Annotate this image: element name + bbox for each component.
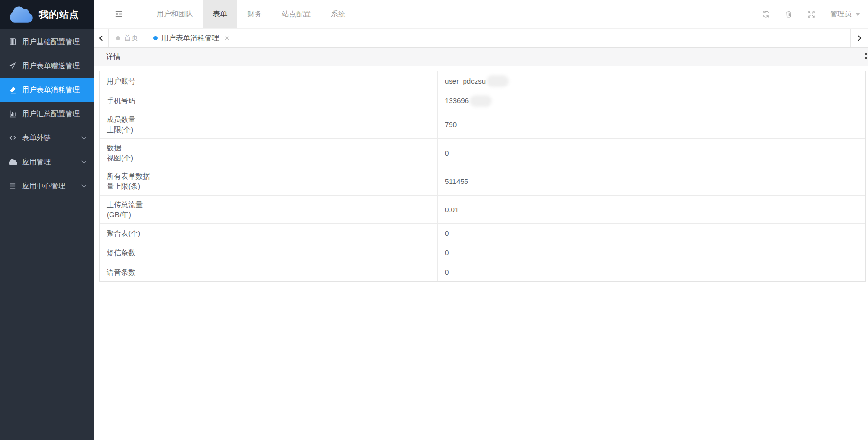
row-value: 511455 bbox=[438, 167, 865, 195]
table-row-1: 手机号码133696 bbox=[100, 91, 865, 110]
user-label: 管理员 bbox=[830, 10, 852, 19]
fullscreen-icon[interactable] bbox=[807, 11, 815, 18]
row-value-text: 0 bbox=[445, 149, 449, 157]
tabs-scroll-right-button[interactable] bbox=[850, 29, 868, 47]
row-label-line: 所有表单数据 bbox=[107, 171, 432, 181]
row-label-line: 上传总流量 bbox=[107, 199, 432, 209]
user-menu[interactable]: 管理员 bbox=[830, 10, 860, 19]
app-window: 我的站点 用户基础配置管理用户表单赠送管理用户表单消耗管理用户汇总配置管理表单外… bbox=[0, 0, 868, 440]
site-title: 我的站点 bbox=[39, 8, 79, 21]
panel-header: 详情 bbox=[94, 48, 868, 66]
bar-chart-icon bbox=[8, 110, 18, 119]
tab-0[interactable]: 首页 bbox=[109, 29, 146, 47]
sidebar-item-label: 用户表单赠送管理 bbox=[22, 61, 87, 71]
chevron-down-icon bbox=[81, 160, 87, 164]
table-row-2: 成员数量上限(个)790 bbox=[100, 110, 865, 139]
row-label-line: 语音条数 bbox=[107, 267, 432, 277]
topnav-item-3[interactable]: 站点配置 bbox=[272, 0, 321, 28]
table-row-4: 所有表单数据量上限(条)511455 bbox=[100, 167, 865, 196]
chevron-down-icon bbox=[81, 184, 87, 188]
row-label: 成员数量上限(个) bbox=[100, 110, 438, 138]
topnav-item-0[interactable]: 用户和团队 bbox=[147, 0, 203, 28]
row-value: 0 bbox=[438, 243, 865, 262]
cloud-logo-icon bbox=[9, 5, 33, 24]
sidebar-menu: 用户基础配置管理用户表单赠送管理用户表单消耗管理用户汇总配置管理表单外链应用管理… bbox=[0, 29, 94, 198]
sidebar-item-0[interactable]: 用户基础配置管理 bbox=[0, 30, 94, 54]
row-label-line: 用户账号 bbox=[107, 76, 432, 86]
row-label-line: 上限(个) bbox=[107, 124, 432, 134]
row-value: 0 bbox=[438, 224, 865, 243]
row-label-line: 手机号码 bbox=[107, 96, 432, 106]
row-value-text: user_pdczsu bbox=[445, 77, 486, 85]
sidebar-item-2[interactable]: 用户表单消耗管理 bbox=[0, 78, 94, 102]
code-link-icon bbox=[8, 134, 18, 143]
row-label: 语音条数 bbox=[100, 262, 438, 281]
tabs-host: 首页用户表单消耗管理 bbox=[109, 29, 237, 47]
row-label: 数据视图(个) bbox=[100, 139, 438, 167]
row-label: 用户账号 bbox=[100, 71, 438, 91]
row-value-text: 0.01 bbox=[445, 206, 459, 214]
trash-icon[interactable] bbox=[785, 10, 793, 18]
cloud-icon bbox=[8, 158, 18, 167]
row-value-text: 511455 bbox=[445, 177, 468, 185]
table-row-0: 用户账号user_pdczsu bbox=[100, 71, 865, 91]
sidebar-item-3[interactable]: 用户汇总配置管理 bbox=[0, 102, 94, 126]
sidebar-item-label: 应用中心管理 bbox=[22, 182, 81, 191]
menu-fold-icon[interactable] bbox=[114, 10, 123, 19]
tab-1[interactable]: 用户表单消耗管理 bbox=[146, 29, 237, 47]
row-value-text: 0 bbox=[445, 248, 449, 257]
sidebar-item-label: 用户基础配置管理 bbox=[22, 37, 87, 47]
site-logo[interactable]: 我的站点 bbox=[0, 0, 94, 29]
sidebar-item-label: 应用管理 bbox=[22, 158, 81, 167]
sidebar-item-5[interactable]: 应用管理 bbox=[0, 150, 94, 174]
tabbar: 首页用户表单消耗管理 bbox=[94, 29, 868, 48]
book-icon bbox=[8, 37, 18, 47]
sidebar-item-label: 用户汇总配置管理 bbox=[22, 110, 87, 119]
row-label-line: 聚合表(个) bbox=[107, 228, 432, 238]
row-label-line: 成员数量 bbox=[107, 114, 432, 124]
panel-title: 详情 bbox=[94, 52, 121, 61]
table-row-8: 语音条数0 bbox=[100, 262, 865, 281]
header-actions: 管理员 bbox=[762, 10, 868, 19]
overflow-dots-fragment bbox=[865, 53, 867, 59]
row-label: 聚合表(个) bbox=[100, 224, 438, 243]
tab-label: 用户表单消耗管理 bbox=[161, 34, 219, 43]
row-value-text: 0 bbox=[445, 268, 449, 276]
topnav-item-2[interactable]: 财务 bbox=[237, 0, 272, 28]
row-label-line: 视图(个) bbox=[107, 153, 432, 163]
row-value: 0 bbox=[438, 262, 865, 281]
row-label: 所有表单数据量上限(条) bbox=[100, 167, 438, 195]
row-value: 0 bbox=[438, 139, 865, 167]
sidebar-item-1[interactable]: 用户表单赠送管理 bbox=[0, 54, 94, 78]
tab-label: 首页 bbox=[124, 34, 138, 43]
row-value-text: 0 bbox=[445, 229, 449, 237]
redacted-blur-patch bbox=[487, 75, 509, 87]
row-label: 手机号码 bbox=[100, 91, 438, 110]
tabs-scroll-left-button[interactable] bbox=[94, 29, 109, 47]
table-row-5: 上传总流量(GB/年)0.01 bbox=[100, 196, 865, 224]
tab-status-dot bbox=[153, 36, 158, 40]
topnav-item-1[interactable]: 表单 bbox=[203, 0, 237, 28]
sidebar-item-4[interactable]: 表单外链 bbox=[0, 126, 94, 150]
refresh-icon[interactable] bbox=[762, 10, 770, 18]
row-label: 上传总流量(GB/年) bbox=[100, 196, 438, 223]
sidebar-item-label: 用户表单消耗管理 bbox=[22, 86, 87, 95]
tab-close-icon[interactable] bbox=[224, 36, 230, 41]
main-area: 用户和团队表单财务站点配置系统 bbox=[94, 0, 868, 440]
row-value: 133696 bbox=[438, 91, 865, 110]
table-row-3: 数据视图(个)0 bbox=[100, 139, 865, 167]
list-icon bbox=[8, 182, 18, 191]
row-label-line: 短信条数 bbox=[107, 247, 432, 257]
table-row-7: 短信条数0 bbox=[100, 243, 865, 262]
topnav-item-4[interactable]: 系统 bbox=[321, 0, 355, 28]
sidebar: 我的站点 用户基础配置管理用户表单赠送管理用户表单消耗管理用户汇总配置管理表单外… bbox=[0, 0, 94, 440]
row-label: 短信条数 bbox=[100, 243, 438, 262]
row-label-line: (GB/年) bbox=[107, 209, 432, 220]
row-value: user_pdczsu bbox=[438, 71, 865, 91]
sidebar-item-label: 表单外链 bbox=[22, 134, 81, 143]
chevron-down-icon bbox=[81, 136, 87, 140]
row-value: 790 bbox=[438, 110, 865, 138]
paper-plane-icon bbox=[8, 61, 18, 71]
sidebar-item-6[interactable]: 应用中心管理 bbox=[0, 174, 94, 198]
eraser-icon bbox=[8, 86, 18, 95]
